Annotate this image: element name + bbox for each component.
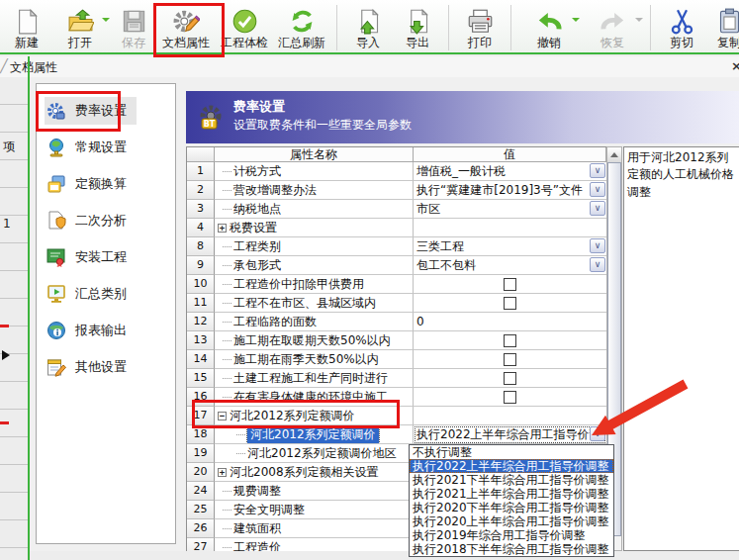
dropdown-option[interactable]: 执行2020上半年综合用工指导价调整 [410, 514, 613, 528]
toolbar-button-summary-refresh[interactable]: 汇总刷新 [273, 2, 330, 52]
chevron-down-icon[interactable] [572, 18, 580, 26]
value-checkbox[interactable] [504, 278, 516, 291]
dropdown-option[interactable]: 执行2020下半年综合用工指导价调整 [410, 501, 613, 514]
toolbar-button-label: 工程体检 [221, 36, 268, 50]
property-value-cell[interactable]: 包工不包料∨ [414, 256, 606, 275]
dropdown-option[interactable]: 执行2022上半年综合用工指导价调整 [410, 459, 613, 473]
dropdown-arrow-icon[interactable]: ∨ [590, 257, 605, 272]
sidebar-item-quota-conversion[interactable]: 定额换算 [37, 165, 175, 202]
tree-connector [223, 284, 231, 285]
row-number: 2 [187, 181, 215, 200]
property-name-cell[interactable]: 河北2012系列定额调价地区 [215, 444, 414, 463]
property-row-3: 3纳税地点市区∨ [187, 200, 606, 219]
dropdown-option[interactable]: 执行2021上半年综合用工指导价调整 [410, 487, 613, 501]
property-name-cell[interactable]: 营改增调整办法 [215, 181, 414, 200]
sidebar-item-secondary-analysis[interactable]: 二次分析 [37, 202, 175, 238]
dropdown-arrow-icon[interactable]: ∨ [590, 163, 605, 178]
property-name-cell[interactable]: +河北2008系列定额相关设置 [215, 463, 414, 482]
sidebar-item-report-output[interactable]: 报表输出 [37, 312, 175, 348]
toolbar-button-open[interactable]: 打开 [49, 2, 111, 52]
property-value-cell[interactable]: 增值税_一般计税∨ [414, 162, 606, 181]
property-value-cell[interactable] [414, 219, 606, 237]
property-value-cell[interactable] [414, 275, 606, 294]
property-name-label: 承包形式 [233, 257, 281, 274]
property-name-label: 工程类别 [233, 238, 281, 255]
row-number: 13 [187, 331, 215, 350]
sidebar-item-label: 报表输出 [75, 322, 127, 339]
property-value-cell[interactable]: 市区∨ [414, 200, 606, 219]
value-checkbox[interactable] [504, 353, 516, 366]
property-name-cell[interactable]: 工程临路的面数 [215, 313, 414, 331]
chevron-down-icon[interactable] [635, 18, 643, 26]
toolbar-button-redo[interactable]: 恢复 [581, 2, 644, 52]
property-name-cell[interactable]: 施工期在取暖期天数50%以内 [215, 331, 414, 350]
property-name-cell[interactable]: 规费调整 [215, 482, 414, 501]
toolbar-button-copy[interactable]: 复制 [706, 2, 739, 52]
property-row-2: 2营改增调整办法执行“冀建建市[2019]3号”文件∨ [187, 181, 606, 200]
sidebar-item-summary-category[interactable]: 汇总类别 [37, 275, 175, 312]
property-name-cell[interactable]: 承包形式 [215, 256, 414, 275]
header-property-name: 属性名称 [215, 147, 414, 162]
scrollbar-up-icon[interactable] [607, 147, 621, 163]
property-name-label: 施工期在雨季天数50%以内 [233, 351, 379, 368]
property-name-cell[interactable]: 建筑面积 [215, 519, 414, 538]
close-icon[interactable]: × [731, 58, 739, 73]
property-name-label: 河北2008系列定额相关设置 [230, 464, 379, 481]
row-number: 14 [187, 350, 215, 369]
chevron-down-icon[interactable] [102, 18, 110, 26]
value-checkbox[interactable] [504, 372, 516, 385]
property-value-cell[interactable] [414, 350, 606, 369]
toolbar-button-new[interactable]: 新建 [4, 2, 49, 52]
toolbar-button-save[interactable]: 保存 [111, 2, 156, 52]
property-value-cell[interactable]: 执行“冀建建市[2019]3号”文件∨ [414, 181, 606, 200]
toolbar-button-print[interactable]: 打印 [455, 2, 505, 52]
sidebar-item-other-settings[interactable]: 其他设置 [37, 348, 175, 385]
sidebar-item-general-settings[interactable]: 常规设置 [37, 129, 175, 165]
dropdown-option[interactable]: 执行2019年综合用工指导价调整 [410, 528, 613, 542]
property-name-cell[interactable]: +税费设置 [215, 219, 414, 237]
value-text[interactable]: 0 [416, 315, 424, 328]
toolbar-button-import[interactable]: 导入 [343, 2, 393, 52]
property-value-cell[interactable] [414, 294, 606, 313]
property-value-cell[interactable] [414, 331, 606, 350]
value-text: 增值税_一般计税 [416, 163, 506, 180]
sidebar-item-installation-works[interactable]: 安装工程 [37, 238, 175, 275]
toolbar-button-export[interactable]: 导出 [393, 2, 442, 52]
sidebar-item-content: 报表输出 [45, 317, 137, 344]
dropdown-arrow-icon[interactable]: ∨ [590, 238, 605, 253]
row-cursor-triangle-icon [2, 350, 15, 360]
value-checkbox[interactable] [504, 391, 516, 404]
dropdown-option[interactable]: 执行2018下半年综合用工指导价调整 [410, 542, 613, 556]
dropdown-option[interactable]: 不执行调整 [410, 445, 613, 459]
toolbar-button-cut[interactable]: 剪切 [657, 2, 706, 52]
dropdown-arrow-icon[interactable]: ∨ [590, 182, 605, 197]
dropdown-arrow-icon[interactable]: ∨ [590, 201, 605, 216]
value-checkbox[interactable] [504, 334, 516, 347]
property-name-cell[interactable]: 土建工程施工和生产同时进行 [215, 369, 414, 388]
sidebar-item-label: 安装工程 [75, 248, 127, 266]
expand-toggle-icon[interactable]: + [218, 468, 227, 477]
property-name-cell[interactable]: 工程造价 [215, 538, 414, 551]
property-name-cell[interactable]: 工程类别 [215, 237, 414, 256]
toolbar-button-undo[interactable]: 撤销 [517, 2, 581, 52]
tab-row: ╱ 文档属性 × [0, 56, 739, 77]
property-name-cell[interactable]: 工程造价中扣除甲供费用 [215, 275, 414, 294]
toolbar-button-label: 撤销 [537, 36, 561, 50]
property-name-cell[interactable]: 施工期在雨季天数50%以内 [215, 350, 414, 369]
property-name-cell[interactable]: 工程不在市区、县城区域内 [215, 294, 414, 313]
property-row-1: 1计税方式增值税_一般计税∨ [187, 162, 606, 181]
value-checkbox[interactable] [504, 297, 516, 310]
property-name-cell[interactable]: 安全文明调整 [215, 501, 414, 519]
dropdown-option[interactable]: 执行2021下半年综合用工指导价调整 [410, 473, 613, 487]
red-row-mark [0, 421, 9, 424]
value-text: 执行“冀建建市[2019]3号”文件 [416, 182, 583, 199]
property-name-cell[interactable]: 纳税地点 [215, 200, 414, 219]
tab-document-properties[interactable]: 文档属性 [10, 59, 57, 76]
property-name-cell[interactable]: 计税方式 [215, 162, 414, 181]
property-value-cell[interactable]: 三类工程∨ [414, 237, 606, 256]
property-row-12: 12工程临路的面数0 [187, 313, 606, 331]
property-value-cell[interactable]: 0 [414, 313, 606, 331]
property-name-label: 工程不在市区、县城区域内 [233, 295, 376, 312]
sidebar-item-label: 其他设置 [75, 358, 127, 376]
expand-toggle-icon[interactable]: + [218, 224, 227, 233]
